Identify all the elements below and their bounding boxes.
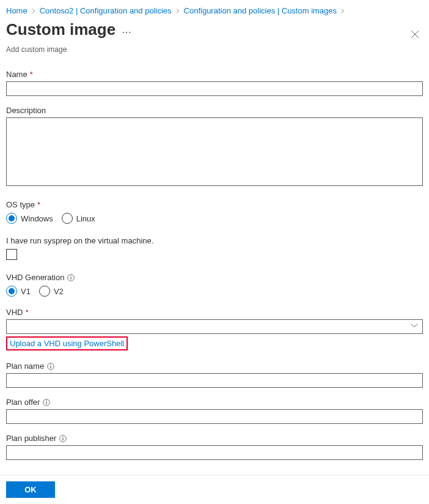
chevron-right-icon [340, 9, 345, 13]
plan-offer-label: Plan offer [6, 398, 423, 407]
required-icon: * [25, 308, 28, 317]
breadcrumb-config[interactable]: Contoso2 | Configuration and policies [40, 6, 172, 15]
plan-name-input[interactable] [6, 373, 423, 388]
plan-publisher-input[interactable] [6, 445, 423, 460]
vhd-label: VHD* [6, 308, 423, 317]
more-options-icon[interactable]: ⋯ [122, 26, 131, 38]
chevron-right-icon [31, 9, 36, 13]
vhd-gen-v1-radio[interactable]: V1 [6, 286, 31, 297]
close-icon [411, 30, 419, 39]
info-icon[interactable] [42, 398, 50, 406]
info-icon[interactable] [59, 434, 67, 442]
sysprep-checkbox[interactable] [6, 249, 17, 260]
chevron-right-icon [175, 9, 180, 13]
vhd-generation-label: VHD Generation [6, 273, 423, 282]
breadcrumb-home[interactable]: Home [6, 6, 28, 15]
svg-point-1 [70, 275, 72, 276]
vhd-gen-v2-label: V2 [54, 287, 64, 296]
os-type-windows-radio[interactable]: Windows [6, 213, 53, 224]
vhd-gen-v1-label: V1 [21, 287, 31, 296]
svg-rect-8 [46, 402, 46, 404]
breadcrumb-custom-images[interactable]: Configuration and policies | Custom imag… [184, 6, 337, 15]
os-type-linux-label: Linux [76, 214, 95, 223]
svg-point-7 [46, 400, 47, 401]
radio-icon [6, 286, 17, 297]
vhd-gen-v2-radio[interactable]: V2 [39, 286, 64, 297]
svg-point-4 [50, 364, 51, 365]
breadcrumb: Home Contoso2 | Configuration and polici… [0, 0, 429, 20]
svg-rect-11 [62, 438, 63, 440]
required-icon: * [30, 70, 33, 79]
svg-rect-5 [50, 366, 51, 368]
radio-icon [6, 213, 17, 224]
os-type-linux-radio[interactable]: Linux [62, 213, 95, 224]
footer: OK [0, 475, 429, 504]
svg-rect-2 [70, 277, 71, 280]
page-title: Custom image [6, 20, 116, 39]
radio-icon [39, 286, 50, 297]
required-icon: * [37, 200, 40, 209]
svg-point-10 [62, 436, 64, 437]
info-icon[interactable] [67, 273, 75, 281]
name-label: Name* [6, 70, 423, 79]
os-type-windows-label: Windows [21, 214, 53, 223]
ok-button[interactable]: OK [6, 481, 55, 498]
plan-name-label: Plan name [6, 361, 423, 371]
sysprep-label: I have run sysprep on the virtual machin… [6, 236, 423, 245]
description-input[interactable] [6, 117, 423, 186]
page-subtitle: Add custom image [0, 44, 429, 54]
os-type-label: OS type* [6, 200, 423, 209]
description-label: Description [6, 106, 423, 115]
vhd-select[interactable] [6, 319, 423, 334]
close-button[interactable] [407, 26, 423, 44]
upload-vhd-link[interactable]: Upload a VHD using PowerShell [10, 339, 124, 348]
name-input[interactable] [6, 81, 423, 96]
info-icon[interactable] [46, 362, 54, 370]
plan-publisher-label: Plan publisher [6, 434, 423, 443]
radio-icon [62, 213, 73, 224]
upload-vhd-highlight: Upload a VHD using PowerShell [6, 336, 128, 350]
plan-offer-input[interactable] [6, 409, 423, 424]
